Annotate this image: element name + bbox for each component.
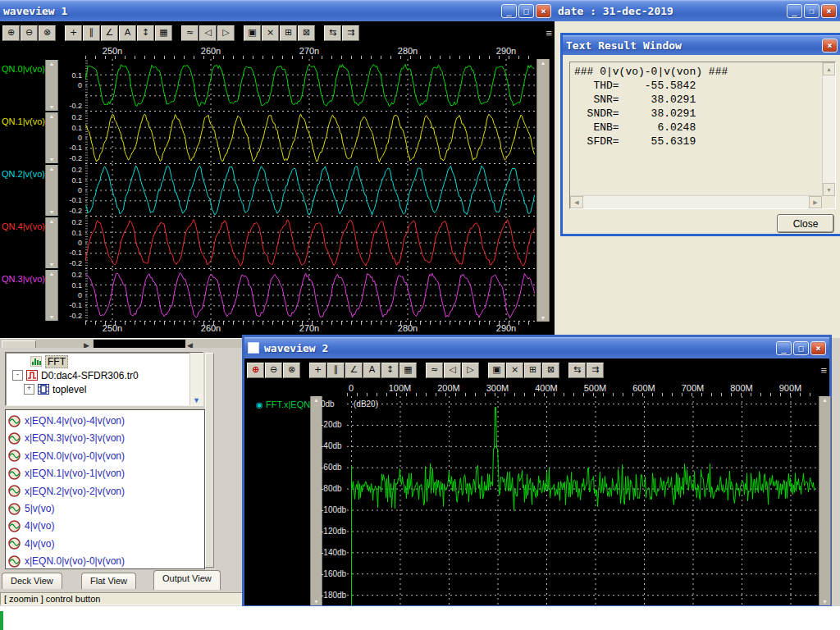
delete-waveform-icon[interactable]: × [506,363,523,378]
signal-list-item[interactable]: x|EQN.4|v(vo)-4|v(von) [8,413,125,428]
swap-panels-icon[interactable]: ⇆ [568,363,586,378]
tab-deck-view[interactable]: Deck View [2,573,62,589]
tree-item-fft[interactable]: FFT [30,355,68,368]
scroll-down-icon[interactable]: ▼ [49,156,55,163]
scroll-down-icon[interactable]: ▼ [313,598,319,605]
result-hscrollbar[interactable]: ◀ ▶ [570,195,822,208]
signal-list-item[interactable]: x|EQN.3|v(vo)-3|v(von) [8,431,125,445]
pause-bars-icon[interactable]: ∥ [83,25,100,41]
signal-label[interactable]: QN.1|v(vo) [2,116,45,126]
scroll-down-icon[interactable]: ▼ [49,208,55,216]
panel-vscrollbar[interactable]: ▲▼ [45,60,58,111]
select-box-icon[interactable]: ▣ [488,363,505,378]
signal-label[interactable]: QN.3|v(vo) [2,274,45,284]
zoom-out-icon[interactable]: ⊖ [21,25,38,41]
signal-list-item[interactable]: 4|v(vo) [8,518,54,533]
scroll-up-icon[interactable]: ▲ [49,217,55,225]
prev-page-icon[interactable]: ◁ [199,25,217,41]
close-button[interactable]: × [821,4,837,18]
signal-label[interactable]: QN.2|v(vo) [2,169,45,179]
tree-item-toplevel[interactable]: +toplevel [24,383,86,395]
fft-signal-label[interactable]: FFT.x|EQN [266,399,310,409]
panel-vscrollbar[interactable]: ▲▼ [45,217,58,268]
scroll-down-icon[interactable]: ▼ [822,598,828,605]
minimize-button[interactable]: _ [501,4,517,18]
next-page-icon[interactable]: ▷ [217,25,235,41]
tree-expander[interactable]: - [12,370,23,381]
scroll-down-icon[interactable]: ▼ [823,183,835,196]
scroll-up-icon[interactable]: ▲ [823,62,835,75]
date-window-titlebar[interactable]: date : 31-dec-2019 _ ❐ × [555,0,840,21]
append-panel-icon[interactable]: ⇉ [342,25,359,41]
tab-flat-view[interactable]: Flat View [81,573,136,589]
fft-plot[interactable] [347,396,819,605]
vertical-measure-icon[interactable]: ↕ [381,363,399,378]
scroll-right-icon[interactable]: ▶ [809,196,822,208]
signal-label[interactable]: QN.0|v(vo) [2,64,45,74]
tree-item-d0-dac4-sfdr306-tr0[interactable]: -D0:dac4-SFDR306.tr0 [12,369,139,381]
zoom-in-icon[interactable]: ⊕ [247,363,264,378]
zoom-out-icon[interactable]: ⊖ [265,363,282,378]
waveview2-titlebar[interactable]: waveview 2 _ □ × [244,337,829,358]
scroll-down-icon[interactable]: ▼ [49,103,55,111]
minimize-button[interactable]: _ [787,4,802,18]
zoom-off-icon[interactable]: ⊗ [39,25,56,41]
scroll-up-icon[interactable]: ▲ [822,396,828,404]
tab-output-view[interactable]: Output View [153,570,221,590]
text-result-titlebar[interactable]: Text Result Window × [563,35,840,55]
scroll-up-icon[interactable]: ▲ [49,165,55,172]
slope-measure-icon[interactable]: ∠ [101,25,118,41]
minimize-button[interactable]: _ [776,341,792,355]
waveview1-titlebar[interactable]: waveview 1 _ □ × [0,0,555,21]
tree-expander[interactable]: + [24,384,34,395]
zoom-in-icon[interactable]: ⊕ [2,25,20,41]
close-icon[interactable]: × [822,39,838,52]
scroll-up-icon[interactable]: ▲ [541,59,546,66]
zoom-off-icon[interactable]: ⊗ [283,363,300,378]
signal-list-item[interactable]: x|EQN.0|v(vo)-0|v(von) [8,449,125,463]
waveform-plot[interactable] [85,164,535,217]
tree-vscrollbar[interactable]: ▼ [189,353,203,405]
panel-splitter[interactable] [205,353,214,568]
annotate-icon[interactable]: A [119,25,136,41]
move-panel-icon[interactable]: ⊠ [542,363,559,378]
waveform-plot[interactable] [85,217,535,269]
copy-panel-icon[interactable]: ⊞ [280,25,297,41]
restore-button[interactable]: ❐ [804,4,819,18]
panel-menu-icon[interactable]: ≡ [820,364,827,377]
pause-bars-icon[interactable]: ∥ [327,363,345,378]
delete-waveform-icon[interactable]: × [262,25,279,41]
signal-label[interactable]: QN.4|v(vo) [2,221,45,231]
fft-right-vscrollbar[interactable]: ▲ ▼ [819,396,831,605]
scroll-down-icon[interactable]: ▼ [541,314,546,322]
select-box-icon[interactable]: ▣ [244,25,261,41]
waveform-tool-icon[interactable]: ≈ [426,363,443,378]
copy-panel-icon[interactable]: ⊞ [524,363,541,378]
panel-vscrollbar[interactable]: ▲▼ [45,270,58,321]
slope-measure-icon[interactable]: ∠ [345,363,363,378]
close-button[interactable]: Close [777,214,834,233]
scroll-up-icon[interactable]: ▲ [49,270,55,277]
annotate-icon[interactable]: A [363,363,381,378]
scroll-left-icon[interactable]: ◀ [570,196,583,208]
waveview1-vscrollbar[interactable]: ▲ ▼ [536,59,550,322]
scroll-up-icon[interactable]: ▲ [49,60,55,67]
close-button[interactable]: × [536,4,551,18]
crosshair-icon[interactable]: + [65,25,82,41]
scroll-down-icon[interactable]: ▼ [193,396,200,404]
scroll-down-icon[interactable]: ▼ [49,261,55,268]
swap-panels-icon[interactable]: ⇆ [324,25,341,41]
panel-vscrollbar[interactable]: ▲▼ [45,165,58,216]
waveform-tool-icon[interactable]: ≈ [181,25,199,41]
waveform-plot[interactable] [85,112,535,164]
vertical-measure-icon[interactable]: ↕ [137,25,154,41]
grid-toggle-icon[interactable]: ▦ [155,25,172,41]
panel-vscrollbar[interactable]: ▲▼ [45,112,58,163]
move-panel-icon[interactable]: ⊠ [298,25,315,41]
scroll-up-icon[interactable]: ▲ [313,396,319,404]
scroll-up-icon[interactable]: ▲ [49,112,55,120]
waveform-plot[interactable] [85,59,535,112]
close-button[interactable]: × [810,341,826,355]
grid-toggle-icon[interactable]: ▦ [399,363,417,378]
maximize-button[interactable]: □ [793,341,809,355]
